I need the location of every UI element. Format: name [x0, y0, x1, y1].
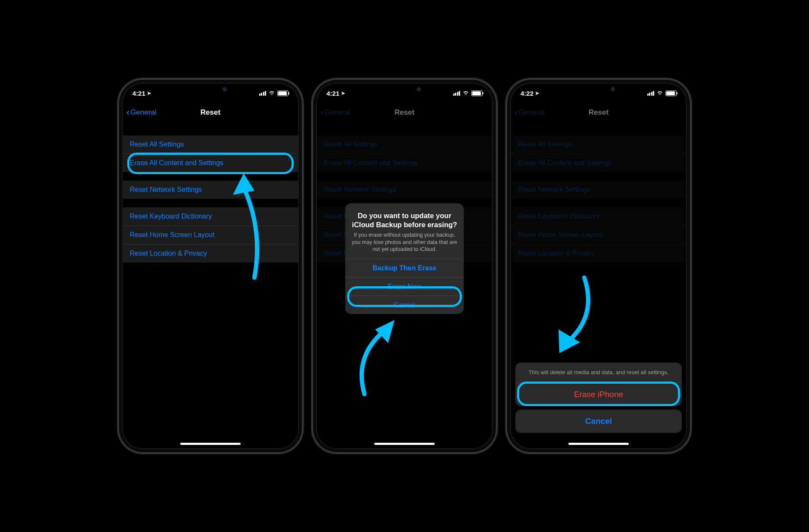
alert-title: Do you want to update your iCloud Backup… — [351, 211, 458, 229]
reset-all-settings-row[interactable]: Reset All Settings — [123, 135, 298, 154]
back-button[interactable]: ‹ General — [126, 108, 157, 117]
wifi-icon — [268, 91, 275, 96]
settings-group-2: Reset Network Settings — [123, 181, 298, 199]
phone-frame-1: 4:21 ➤ ‹ General Reset Reset All Setting… — [118, 78, 303, 454]
reset-keyboard-row[interactable]: Reset Keyboard Dictionary — [123, 207, 298, 226]
battery-icon — [277, 91, 288, 96]
alert-message: If you erase without updating your backu… — [351, 232, 458, 253]
cellular-icon — [453, 91, 461, 96]
location-icon: ➤ — [147, 91, 151, 96]
home-indicator[interactable] — [180, 443, 241, 445]
erase-iphone-button[interactable]: Erase iPhone — [515, 383, 682, 406]
location-icon: ➤ — [535, 91, 539, 96]
cellular-icon — [259, 91, 267, 96]
backup-alert: Do you want to update your iCloud Backup… — [345, 203, 464, 314]
status-time: 4:21 — [132, 90, 145, 97]
notch — [176, 84, 245, 95]
navigation-bar: ‹ General Reset — [123, 103, 298, 122]
backup-then-erase-button[interactable]: Backup Then Erase — [345, 259, 464, 277]
cancel-button[interactable]: Cancel — [515, 410, 682, 433]
chevron-left-icon: ‹ — [126, 108, 129, 117]
notch — [370, 84, 439, 95]
notch — [564, 84, 633, 95]
page-title: Reset — [201, 108, 220, 117]
phone-frame-2: 4:21 ➤ ‹ General Reset Reset All Setting… — [312, 78, 497, 454]
reset-home-screen-row[interactable]: Reset Home Screen Layout — [123, 226, 298, 244]
wifi-icon — [462, 91, 469, 96]
settings-group-1: Reset All Settings Erase All Content and… — [123, 135, 298, 172]
back-label: General — [130, 108, 156, 117]
erase-action-sheet: This will delete all media and data, and… — [515, 363, 682, 436]
home-indicator[interactable] — [568, 443, 629, 445]
home-indicator[interactable] — [374, 443, 435, 445]
erase-all-content-row[interactable]: Erase All Content and Settings — [123, 154, 298, 172]
battery-icon — [471, 91, 483, 96]
status-time: 4:22 — [521, 90, 533, 97]
reset-network-row[interactable]: Reset Network Settings — [123, 181, 298, 199]
reset-location-row[interactable]: Reset Location & Privacy — [123, 244, 298, 263]
erase-now-button[interactable]: Erase Now — [345, 277, 464, 296]
cellular-icon — [647, 91, 655, 96]
status-time: 4:21 — [326, 90, 339, 97]
sheet-message: This will delete all media and data, and… — [515, 363, 682, 383]
location-icon: ➤ — [341, 91, 345, 96]
wifi-icon — [656, 91, 663, 96]
settings-group-3: Reset Keyboard Dictionary Reset Home Scr… — [123, 207, 298, 263]
phone-frame-3: 4:22 ➤ ‹ General Reset Reset All Setting… — [506, 78, 691, 454]
battery-icon — [665, 91, 677, 96]
cancel-button[interactable]: Cancel — [345, 296, 464, 314]
